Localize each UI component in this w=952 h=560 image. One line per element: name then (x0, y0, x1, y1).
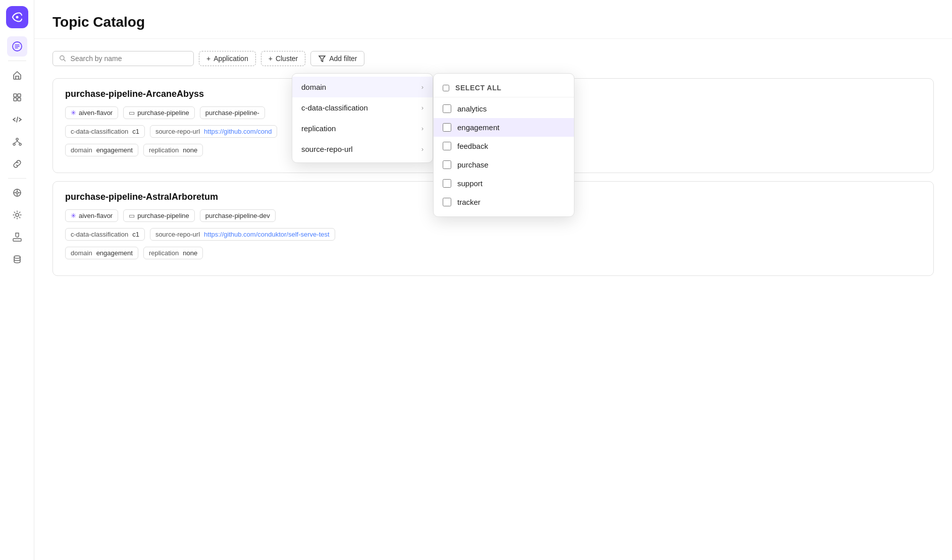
feedback-checkbox[interactable] (443, 142, 451, 150)
meta-val-repl-1: none (183, 249, 197, 257)
tag-plain-label-0: purchase-pipeline- (205, 109, 259, 117)
svg-point-8 (19, 143, 21, 145)
dropdown-item-classification[interactable]: c-data-classification › (292, 97, 433, 118)
svg-rect-2 (14, 94, 17, 97)
topic-meta-1: c-data-classification c1 source-repo-url… (65, 228, 921, 241)
meta-val-repo-1: https://github.com/conduktor/self-serve-… (204, 231, 330, 238)
application-filter-button[interactable]: + Application (199, 51, 256, 66)
subdropdown-item-tracker[interactable]: tracker (434, 193, 574, 211)
meta-key-repo-0: source-repo-url (155, 128, 200, 135)
tag-aiven-0[interactable]: ✳ aiven-flavor (65, 106, 118, 119)
content-area: + Application + Cluster Add filter purch… (34, 39, 952, 560)
application-filter-label: Application (214, 54, 248, 63)
purchase-checkbox[interactable] (443, 160, 451, 169)
dropdown-item-classification-label: c-data-classification (301, 103, 368, 112)
analytics-label: analytics (457, 104, 487, 113)
sidebar-item-settings[interactable] (7, 205, 27, 225)
svg-point-10 (16, 192, 18, 194)
engagement-checkbox[interactable] (443, 123, 451, 132)
analytics-checkbox[interactable] (443, 104, 451, 113)
sidebar (0, 0, 34, 560)
support-checkbox[interactable] (443, 179, 451, 188)
cluster-filter-label: Cluster (276, 54, 298, 63)
filter-dropdown-overlay: domain › c-data-classification › replica… (292, 73, 433, 163)
svg-rect-12 (13, 239, 21, 241)
search-wrapper[interactable] (52, 51, 194, 66)
sidebar-item-topics[interactable] (7, 36, 27, 57)
plus-icon-cluster: + (269, 54, 273, 63)
sidebar-item-database[interactable] (7, 249, 27, 269)
dropdown-item-replication[interactable]: replication › (292, 118, 433, 139)
tag-folder-1[interactable]: ▭ purchase-pipeline (123, 209, 195, 222)
tag-folder-0[interactable]: ▭ purchase-pipeline (123, 106, 195, 119)
select-all-checkbox[interactable] (443, 85, 449, 91)
dropdown-item-source-repo-label: source-repo-url (301, 145, 353, 153)
subdropdown-item-support[interactable]: support (434, 174, 574, 193)
select-all-label: SELECT ALL (455, 84, 501, 92)
engagement-label: engagement (457, 123, 499, 132)
plus-icon-app: + (206, 54, 210, 63)
dropdown-item-source-repo[interactable]: source-repo-url › (292, 139, 433, 159)
sidebar-item-link[interactable] (7, 154, 27, 174)
tag-plain-label-1: purchase-pipeline-dev (205, 212, 270, 219)
subdropdown-menu: SELECT ALL analytics engagement feedback… (433, 73, 574, 217)
aiven-icon-1: ✳ (71, 212, 76, 219)
svg-point-13 (14, 256, 20, 258)
svg-rect-4 (14, 98, 17, 101)
subdropdown-item-purchase[interactable]: purchase (434, 155, 574, 174)
meta-classification-0[interactable]: c-data-classification c1 (65, 125, 145, 138)
folder-icon-0: ▭ (129, 109, 135, 117)
add-filter-button[interactable]: Add filter (310, 51, 364, 66)
folder-icon-1: ▭ (129, 212, 135, 219)
meta-val-repl-0: none (183, 146, 197, 154)
meta-replication-1[interactable]: replication none (143, 247, 203, 259)
meta-key-domain-0: domain (71, 146, 92, 154)
sidebar-item-user-access[interactable] (7, 227, 27, 247)
subdropdown-item-analytics[interactable]: analytics (434, 99, 574, 118)
funnel-icon (318, 54, 326, 63)
subdropdown-item-engagement[interactable]: engagement (434, 118, 574, 137)
sidebar-item-code[interactable] (7, 109, 27, 130)
meta-domain-0[interactable]: domain engagement (65, 144, 138, 156)
meta-repo-1[interactable]: source-repo-url https://github.com/condu… (150, 228, 335, 241)
purchase-label: purchase (457, 160, 489, 169)
sidebar-divider-1 (8, 61, 26, 61)
support-label: support (457, 179, 483, 188)
sidebar-item-home[interactable] (7, 65, 27, 85)
filter-dropdown-menu: domain › c-data-classification › replica… (292, 73, 433, 163)
tag-aiven-label-1: aiven-flavor (79, 212, 113, 219)
tag-plain-1[interactable]: purchase-pipeline-dev (200, 209, 276, 222)
meta-domain-1[interactable]: domain engagement (65, 247, 138, 259)
sidebar-divider-2 (8, 178, 26, 179)
meta-val-domain-1: engagement (96, 249, 133, 257)
dropdown-item-domain-label: domain (301, 83, 326, 91)
meta-replication-0[interactable]: replication none (143, 144, 203, 156)
meta-classification-1[interactable]: c-data-classification c1 (65, 228, 145, 241)
svg-point-0 (16, 16, 18, 19)
tag-folder-label-0: purchase-pipeline (137, 109, 189, 117)
page-header: Topic Catalog (34, 0, 952, 39)
meta-key-class-0: c-data-classification (71, 128, 128, 135)
meta-key-class-1: c-data-classification (71, 231, 128, 238)
select-all-row[interactable]: SELECT ALL (434, 79, 574, 97)
svg-rect-5 (18, 98, 21, 101)
tag-aiven-1[interactable]: ✳ aiven-flavor (65, 209, 118, 222)
tag-plain-0[interactable]: purchase-pipeline- (200, 106, 265, 119)
meta-key-repl-0: replication (149, 146, 179, 154)
sidebar-item-helm[interactable] (7, 183, 27, 203)
tag-aiven-label-0: aiven-flavor (79, 109, 113, 117)
meta-key-repo-1: source-repo-url (155, 231, 200, 238)
meta-repo-0[interactable]: source-repo-url https://github.com/cond (150, 125, 278, 138)
subdropdown-item-feedback[interactable]: feedback (434, 137, 574, 155)
cluster-filter-button[interactable]: + Cluster (261, 51, 306, 66)
app-logo[interactable] (6, 6, 28, 28)
dropdown-item-domain[interactable]: domain › (292, 77, 433, 97)
search-icon (59, 54, 67, 63)
subdropdown-overlay: SELECT ALL analytics engagement feedback… (433, 73, 574, 217)
tracker-checkbox[interactable] (443, 198, 451, 206)
sidebar-item-network[interactable] (7, 132, 27, 152)
sidebar-item-grid[interactable] (7, 87, 27, 107)
search-input[interactable] (71, 54, 187, 63)
meta-val-repo-0: https://github.com/cond (204, 128, 272, 135)
feedback-label: feedback (457, 142, 488, 150)
